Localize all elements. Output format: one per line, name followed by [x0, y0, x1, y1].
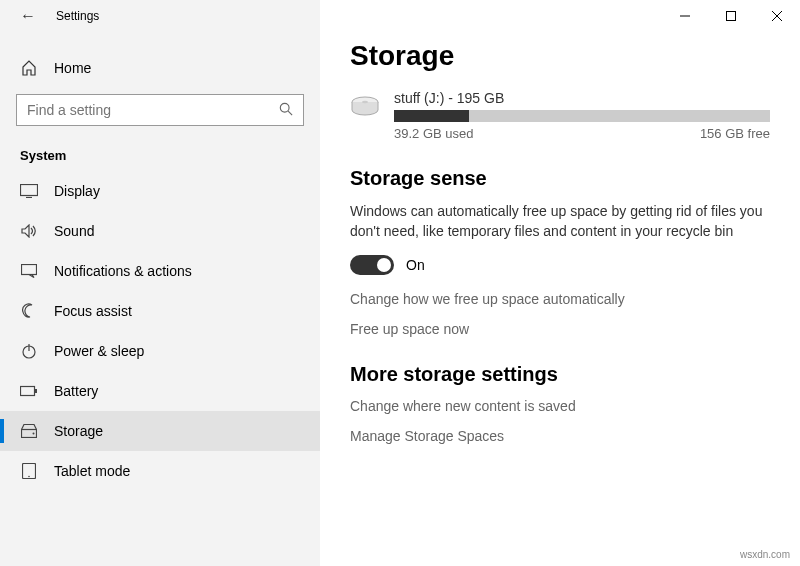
storage-bar-fill [394, 110, 469, 122]
sidebar-item-label: Display [54, 183, 100, 199]
used-label: 39.2 GB used [394, 126, 474, 141]
sidebar-item-display[interactable]: Display [0, 171, 320, 211]
svg-rect-1 [727, 12, 736, 21]
home-label: Home [54, 60, 91, 76]
search-input[interactable] [27, 102, 279, 118]
sidebar-item-label: Storage [54, 423, 103, 439]
tablet-icon [20, 463, 38, 479]
group-header: System [0, 140, 320, 171]
sidebar-item-notifications[interactable]: Notifications & actions [0, 251, 320, 291]
home-button[interactable]: Home [0, 50, 320, 86]
focus-assist-icon [20, 303, 38, 319]
sidebar-item-label: Battery [54, 383, 98, 399]
svg-rect-12 [35, 389, 37, 393]
sound-icon [20, 224, 38, 238]
power-icon [20, 343, 38, 359]
free-label: 156 GB free [700, 126, 770, 141]
more-storage-heading: More storage settings [350, 363, 770, 386]
link-change-where[interactable]: Change where new content is saved [350, 398, 770, 414]
sidebar-item-battery[interactable]: Battery [0, 371, 320, 411]
page-title: Storage [350, 40, 770, 72]
disk-icon [350, 96, 380, 116]
storage-sense-desc: Windows can automatically free up space … [350, 202, 770, 241]
notifications-icon [20, 264, 38, 278]
drive-row[interactable]: stuff (J:) - 195 GB 39.2 GB used 156 GB … [350, 90, 770, 141]
svg-point-16 [28, 476, 30, 478]
sidebar-item-label: Focus assist [54, 303, 132, 319]
toggle-state-label: On [406, 257, 425, 273]
sidebar-item-label: Power & sleep [54, 343, 144, 359]
search-icon [279, 102, 293, 119]
storage-bar [394, 110, 770, 122]
svg-rect-8 [22, 265, 37, 275]
sidebar-item-storage[interactable]: Storage [0, 411, 320, 451]
link-freeup-now[interactable]: Free up space now [350, 321, 770, 337]
drive-title: stuff (J:) - 195 GB [394, 90, 770, 106]
sidebar-item-power-sleep[interactable]: Power & sleep [0, 331, 320, 371]
close-button[interactable] [754, 0, 800, 32]
maximize-button[interactable] [708, 0, 754, 32]
svg-point-4 [280, 103, 289, 112]
svg-rect-11 [21, 387, 35, 396]
titlebar: ← Settings [0, 0, 800, 32]
battery-icon [20, 385, 38, 397]
sidebar: Home System Display Sound Notifica [0, 0, 320, 566]
sidebar-item-label: Tablet mode [54, 463, 130, 479]
link-storage-spaces[interactable]: Manage Storage Spaces [350, 428, 770, 444]
svg-rect-6 [21, 185, 38, 196]
svg-point-18 [362, 101, 368, 103]
minimize-button[interactable] [662, 0, 708, 32]
content-pane: Storage stuff (J:) - 195 GB 39.2 GB used… [320, 0, 800, 566]
sidebar-item-label: Notifications & actions [54, 263, 192, 279]
window-title: Settings [56, 9, 99, 23]
back-button[interactable]: ← [20, 7, 36, 25]
storage-sense-heading: Storage sense [350, 167, 770, 190]
display-icon [20, 184, 38, 198]
storage-sense-toggle[interactable] [350, 255, 394, 275]
sidebar-item-tablet-mode[interactable]: Tablet mode [0, 451, 320, 491]
svg-line-5 [288, 111, 292, 115]
link-change-freeup[interactable]: Change how we free up space automaticall… [350, 291, 770, 307]
search-box[interactable] [16, 94, 304, 126]
sidebar-item-label: Sound [54, 223, 94, 239]
sidebar-item-sound[interactable]: Sound [0, 211, 320, 251]
home-icon [20, 60, 38, 76]
watermark: wsxdn.com [740, 549, 790, 560]
sidebar-item-focus-assist[interactable]: Focus assist [0, 291, 320, 331]
svg-point-14 [33, 433, 35, 435]
storage-icon [20, 424, 38, 438]
